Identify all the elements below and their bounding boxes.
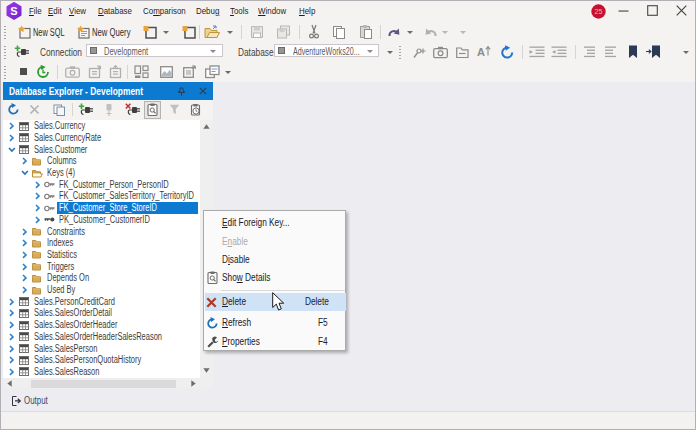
svg-text:25: 25 bbox=[595, 8, 603, 15]
svg-text:A: A bbox=[477, 46, 485, 58]
svg-text:S: S bbox=[10, 5, 17, 17]
